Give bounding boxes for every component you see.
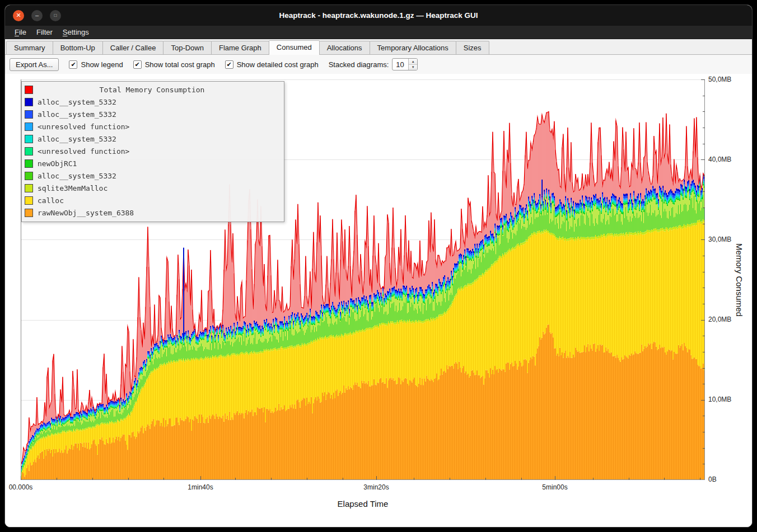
color-swatch (25, 196, 33, 205)
legend-label: <unresolved function> (38, 147, 129, 156)
window-controls: ✕ – □ (13, 10, 61, 21)
tab-allocations[interactable]: Allocations (319, 41, 370, 54)
color-swatch (25, 209, 33, 217)
legend-item: calloc (24, 194, 281, 206)
tab-top-down[interactable]: Top-Down (163, 41, 212, 54)
color-swatch (25, 172, 33, 180)
minimize-icon: – (35, 12, 39, 18)
toolbar: Export As... ✔ Show legend ✔ Show total … (5, 55, 752, 74)
color-swatch (25, 159, 33, 168)
heaptrack-window: ✕ – □ Heaptrack - heaptrack.wakunode.1.g… (4, 4, 753, 528)
legend-label: alloc__system_5332 (38, 110, 116, 119)
legend-label: sqlite3MemMalloc (38, 184, 108, 192)
chart-legend: Total Memory Consumption alloc__system_5… (21, 81, 284, 222)
window-title: Heaptrack - heaptrack.wakunode.1.gz — He… (5, 11, 752, 20)
legend-item: alloc__system_5332 (24, 96, 281, 108)
legend-item: <unresolved function> (24, 145, 281, 157)
menu-bar: File Filter Settings (5, 26, 752, 39)
y-axis-title: Memory Consumed (735, 243, 744, 317)
titlebar[interactable]: ✕ – □ Heaptrack - heaptrack.wakunode.1.g… (5, 5, 752, 26)
legend-item: rawNewObj__system_6388 (24, 206, 281, 219)
tab-bar: Summary Bottom-Up Caller / Callee Top-Do… (5, 39, 752, 55)
legend-item: alloc__system_5332 (24, 170, 281, 182)
color-swatch (25, 123, 33, 131)
y-tick-label: 0B (708, 475, 717, 483)
spin-up-button[interactable]: ▲ (409, 59, 417, 65)
color-swatch (25, 110, 33, 119)
chevron-up-icon: ▲ (412, 60, 415, 63)
tab-temporary-allocations[interactable]: Temporary Allocations (370, 41, 456, 54)
checkbox-show-legend[interactable]: ✔ Show legend (69, 60, 123, 69)
legend-item: <unresolved function> (24, 120, 281, 133)
y-tick-label: 50,0MB (708, 76, 731, 83)
check-icon: ✔ (227, 62, 232, 68)
checkbox-box[interactable]: ✔ (133, 60, 142, 69)
color-swatch (25, 147, 33, 156)
minimize-button[interactable]: – (31, 10, 43, 21)
tab-bottom-up[interactable]: Bottom-Up (53, 41, 103, 54)
legend-label: <unresolved function> (38, 123, 129, 131)
plot-area: Total Memory Consumption alloc__system_5… (21, 79, 705, 480)
legend-title-row: Total Memory Consumption (24, 83, 281, 96)
y-tick-label: 30,0MB (708, 236, 731, 243)
legend-label: newObjRC1 (38, 159, 77, 168)
maximize-button[interactable]: □ (50, 10, 61, 21)
legend-item: sqlite3MemMalloc (24, 182, 281, 194)
color-swatch (25, 184, 33, 192)
checkbox-show-detailed-cost-graph[interactable]: ✔ Show detailed cost graph (225, 60, 319, 69)
spin-down-button[interactable]: ▼ (409, 65, 417, 70)
close-button[interactable]: ✕ (13, 10, 24, 21)
y-tick-label: 40,0MB (708, 156, 731, 163)
stacked-diagrams-value[interactable]: 10 (392, 59, 408, 70)
maximize-icon: □ (54, 13, 57, 18)
close-icon: ✕ (16, 12, 21, 18)
tab-sizes[interactable]: Sizes (456, 41, 489, 54)
tab-flame-graph[interactable]: Flame Graph (211, 41, 269, 54)
y-tick-label: 10,0MB (708, 396, 731, 403)
chart-area: Total Memory Consumption alloc__system_5… (5, 74, 752, 528)
check-icon: ✔ (71, 62, 76, 68)
legend-item: alloc__system_5332 (24, 108, 281, 120)
stacked-diagrams-spinbox[interactable]: 10 ▲ ▼ (392, 58, 418, 70)
chevron-down-icon: ▼ (412, 65, 415, 69)
stacked-diagrams-control: Stacked diagrams: 10 ▲ ▼ (329, 58, 418, 70)
checkbox-box[interactable]: ✔ (225, 60, 233, 69)
color-swatch-total (25, 86, 33, 94)
stacked-diagrams-label: Stacked diagrams: (329, 60, 389, 69)
legend-label: alloc__system_5332 (38, 135, 116, 143)
checkbox-label: Show legend (81, 60, 123, 69)
x-tick-label: 00.000s (9, 483, 33, 491)
legend-label: calloc (38, 196, 64, 205)
check-icon: ✔ (135, 62, 140, 68)
x-tick-label: 1min40s (188, 483, 213, 491)
legend-label: alloc__system_5332 (38, 98, 116, 106)
color-swatch (25, 98, 33, 106)
legend-label: alloc__system_5332 (38, 172, 116, 180)
export-as-button[interactable]: Export As... (10, 58, 59, 71)
checkbox-label: Show detailed cost graph (237, 60, 319, 69)
tab-caller-callee[interactable]: Caller / Callee (102, 41, 164, 54)
spin-buttons: ▲ ▼ (408, 59, 417, 70)
checkbox-label: Show total cost graph (145, 60, 215, 69)
checkbox-show-total-cost-graph[interactable]: ✔ Show total cost graph (133, 60, 215, 69)
menu-item-settings[interactable]: Settings (58, 26, 94, 38)
legend-item: newObjRC1 (24, 157, 281, 170)
x-axis-title: Elapsed Time (338, 499, 389, 509)
x-tick-label: 3min20s (363, 483, 389, 491)
menu-item-filter[interactable]: Filter (31, 26, 58, 38)
legend-item: alloc__system_5332 (24, 133, 281, 145)
tab-consumed[interactable]: Consumed (269, 40, 320, 55)
y-tick-label: 20,0MB (708, 316, 731, 323)
legend-label: rawNewObj__system_6388 (38, 209, 134, 217)
checkbox-box[interactable]: ✔ (69, 60, 77, 69)
tab-summary[interactable]: Summary (6, 41, 53, 54)
legend-title: Total Memory Consumption (24, 86, 281, 94)
color-swatch (25, 135, 33, 143)
x-tick-label: 5min00s (542, 483, 567, 491)
menu-item-file[interactable]: File (10, 26, 31, 38)
